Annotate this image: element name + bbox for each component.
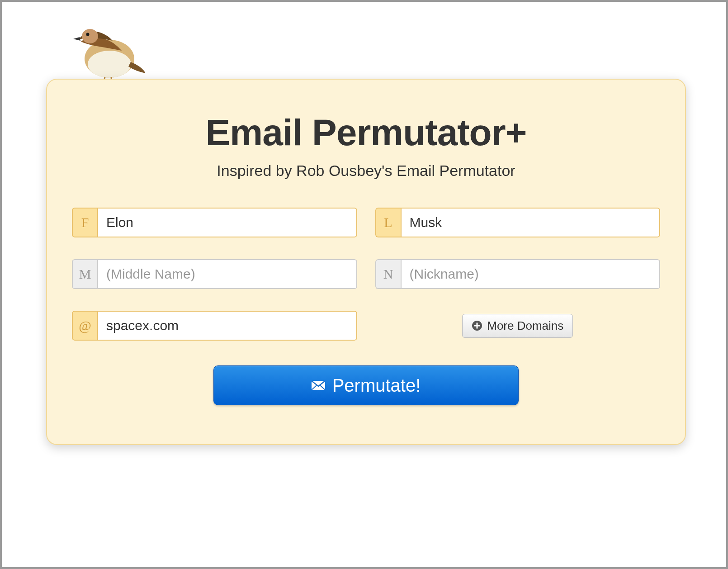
last-name-prefix: L bbox=[375, 208, 401, 237]
nickname-input[interactable] bbox=[401, 259, 661, 289]
middle-name-prefix: M bbox=[72, 259, 97, 289]
first-name-field: F bbox=[72, 208, 357, 237]
first-name-input[interactable] bbox=[97, 208, 357, 237]
svg-rect-10 bbox=[474, 325, 480, 327]
plus-circle-icon bbox=[472, 320, 482, 331]
last-name-input[interactable] bbox=[401, 208, 661, 237]
nickname-field: N bbox=[375, 259, 661, 289]
form-card: Email Permutator+ Inspired by Rob Ousbey… bbox=[46, 79, 686, 445]
mail-icon bbox=[312, 381, 325, 390]
svg-point-1 bbox=[88, 51, 131, 78]
more-domains-col: More Domains bbox=[375, 314, 661, 338]
middle-name-input[interactable] bbox=[97, 259, 357, 289]
nickname-prefix: N bbox=[375, 259, 401, 289]
domain-prefix: @ bbox=[72, 311, 97, 341]
more-domains-label: More Domains bbox=[487, 319, 563, 333]
permutate-label: Permutate! bbox=[332, 375, 421, 396]
permutate-button[interactable]: Permutate! bbox=[213, 365, 519, 405]
name-row-2: M N bbox=[72, 259, 660, 289]
page-title: Email Permutator+ bbox=[72, 111, 660, 154]
last-name-field: L bbox=[375, 208, 661, 237]
svg-point-3 bbox=[86, 33, 90, 36]
name-row-1: F L bbox=[72, 208, 660, 237]
domain-field: @ bbox=[72, 311, 357, 341]
page-subtitle: Inspired by Rob Ousbey's Email Permutato… bbox=[72, 162, 660, 180]
more-domains-button[interactable]: More Domains bbox=[462, 314, 573, 338]
middle-name-field: M bbox=[72, 259, 357, 289]
domain-row: @ More Domains bbox=[72, 311, 660, 341]
svg-point-2 bbox=[82, 29, 98, 43]
domain-input[interactable] bbox=[97, 311, 357, 341]
first-name-prefix: F bbox=[72, 208, 97, 237]
